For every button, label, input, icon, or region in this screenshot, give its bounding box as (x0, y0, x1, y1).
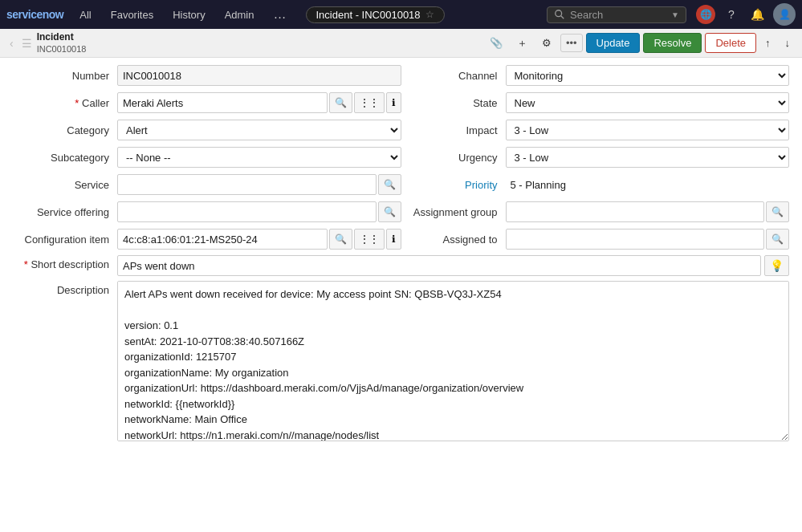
avatar[interactable]: 👤 (773, 3, 796, 26)
nav-icons: 🌐 ? 🔔 👤 (696, 3, 796, 26)
subcategory-row: Subcategory -- None -- (13, 146, 401, 169)
short-desc-row: Short description 💡 (13, 255, 789, 276)
caller-search-button[interactable]: 🔍 (329, 92, 352, 113)
config-item-field-group: 🔍 ⋮⋮ ℹ (117, 229, 401, 250)
assigned-to-search-button[interactable]: 🔍 (766, 229, 789, 250)
incident-badge-label: Incident - INC0010018 (316, 9, 421, 21)
search-dropdown-icon[interactable]: ▼ (671, 10, 679, 19)
left-column: Number Caller 🔍 ⋮⋮ ℹ Category Alert Soft… (13, 64, 401, 255)
up-button[interactable]: ↑ (759, 34, 776, 52)
assignment-group-field-group: 🔍 (506, 201, 790, 222)
channel-label: Channel (401, 70, 506, 82)
secondary-toolbar: ‹ ☰ Incident INC0010018 📎 ＋ ⚙ ••• Update… (0, 29, 802, 58)
service-field-group: 🔍 (117, 174, 401, 195)
breadcrumb: Incident INC0010018 (37, 31, 87, 55)
description-label: Description (13, 281, 117, 296)
search-icon (554, 9, 565, 20)
svg-line-1 (561, 16, 564, 19)
delete-button[interactable]: Delete (705, 33, 756, 53)
settings-button[interactable]: ⚙ (536, 34, 557, 52)
config-item-row: Configuration item 🔍 ⋮⋮ ℹ (13, 228, 401, 250)
service-offering-input[interactable] (117, 201, 377, 222)
service-search-button[interactable]: 🔍 (378, 174, 401, 195)
config-item-input[interactable] (117, 229, 328, 250)
state-row: State New In Progress On Hold Resolved C… (401, 91, 790, 114)
assignment-group-row: Assignment group 🔍 (401, 201, 790, 223)
add-button[interactable]: ＋ (511, 33, 533, 54)
breadcrumb-title: Incident (37, 31, 87, 44)
form-container: Number Caller 🔍 ⋮⋮ ℹ Category Alert Soft… (0, 58, 802, 532)
top-nav: servicenow All Favorites History Admin …… (0, 0, 802, 29)
urgency-select[interactable]: 1 - High 2 - Medium 3 - Low (506, 147, 790, 168)
toolbar-actions: 📎 ＋ ⚙ ••• Update Resolve Delete ↑ ↓ (484, 33, 796, 54)
nav-favorites[interactable]: Favorites (104, 9, 160, 21)
caller-field-group: 🔍 ⋮⋮ ℹ (117, 92, 401, 113)
assigned-to-label: Assigned to (401, 234, 506, 246)
assigned-to-input[interactable] (506, 229, 765, 250)
breadcrumb-sub: INC0010018 (37, 43, 87, 55)
back-button[interactable]: ‹ (6, 35, 17, 51)
priority-value: 5 - Planning (506, 179, 566, 191)
nav-more[interactable]: … (267, 7, 293, 22)
form-grid: Number Caller 🔍 ⋮⋮ ℹ Category Alert Soft… (13, 64, 789, 255)
incident-badge[interactable]: Incident - INC0010018 ☆ (306, 6, 445, 23)
state-select[interactable]: New In Progress On Hold Resolved Closed (506, 92, 790, 113)
nav-all[interactable]: All (73, 9, 97, 21)
more-options-button[interactable]: ••• (560, 34, 583, 52)
urgency-label: Urgency (401, 152, 506, 164)
description-row: Description Alert APs went down received… (13, 281, 789, 441)
logo-text: servicenow (6, 8, 63, 21)
search-bar[interactable]: ▼ (547, 6, 686, 23)
channel-select[interactable]: Monitoring Email Phone (506, 65, 790, 86)
category-row: Category Alert Software Hardware Network (13, 119, 401, 141)
priority-label[interactable]: Priority (401, 179, 506, 191)
config-item-search-button[interactable]: 🔍 (329, 229, 352, 250)
state-label: State (401, 97, 506, 109)
number-input[interactable] (117, 65, 401, 86)
caller-label: Caller (13, 97, 117, 109)
logo: servicenow (6, 8, 63, 21)
impact-row: Impact 1 - High 2 - Medium 3 - Low (401, 119, 790, 141)
hamburger-icon[interactable]: ☰ (22, 37, 32, 50)
service-offering-search-button[interactable]: 🔍 (378, 201, 401, 222)
assignment-group-label: Assignment group (401, 206, 506, 218)
urgency-row: Urgency 1 - High 2 - Medium 3 - Low (401, 146, 790, 169)
update-button[interactable]: Update (586, 33, 641, 53)
assigned-to-field-group: 🔍 (506, 229, 790, 250)
short-desc-input[interactable] (117, 255, 761, 276)
assignment-group-input[interactable] (506, 201, 765, 222)
category-select[interactable]: Alert Software Hardware Network (117, 120, 401, 140)
nav-admin[interactable]: Admin (218, 9, 261, 21)
notification-icon[interactable]: 🔔 (747, 5, 767, 24)
description-textarea[interactable]: Alert APs went down received for device:… (117, 281, 789, 441)
service-input[interactable] (117, 174, 377, 195)
impact-select[interactable]: 1 - High 2 - Medium 3 - Low (506, 120, 790, 140)
search-input[interactable] (570, 9, 666, 21)
config-item-hierarchy-button[interactable]: ⋮⋮ (354, 229, 385, 250)
config-item-label: Configuration item (13, 234, 117, 246)
assigned-to-row: Assigned to 🔍 (401, 228, 790, 250)
nav-history[interactable]: History (166, 9, 211, 21)
attachment-button[interactable]: 📎 (484, 34, 508, 52)
down-button[interactable]: ↓ (780, 34, 796, 52)
subcategory-label: Subcategory (13, 152, 117, 164)
help-icon[interactable]: ? (722, 5, 741, 24)
resolve-button[interactable]: Resolve (643, 33, 702, 53)
caller-hierarchy-button[interactable]: ⋮⋮ (354, 92, 385, 113)
caller-input[interactable] (117, 92, 328, 113)
favorite-star[interactable]: ☆ (425, 9, 434, 20)
number-row: Number (13, 64, 401, 87)
service-offering-field-group: 🔍 (117, 201, 401, 222)
subcategory-select[interactable]: -- None -- (117, 147, 401, 168)
assignment-group-search-button[interactable]: 🔍 (766, 201, 789, 222)
right-column: Channel Monitoring Email Phone State New… (401, 64, 790, 255)
service-row: Service 🔍 (13, 173, 401, 196)
caller-info-button[interactable]: ℹ (386, 92, 401, 113)
short-desc-group: 💡 (117, 255, 789, 276)
config-item-info-button[interactable]: ℹ (386, 229, 401, 250)
service-offering-label: Service offering (13, 206, 117, 218)
globe-icon[interactable]: 🌐 (696, 5, 715, 24)
lightbulb-button[interactable]: 💡 (764, 255, 789, 276)
svg-point-0 (556, 10, 562, 17)
short-desc-label: Short description (13, 255, 117, 270)
